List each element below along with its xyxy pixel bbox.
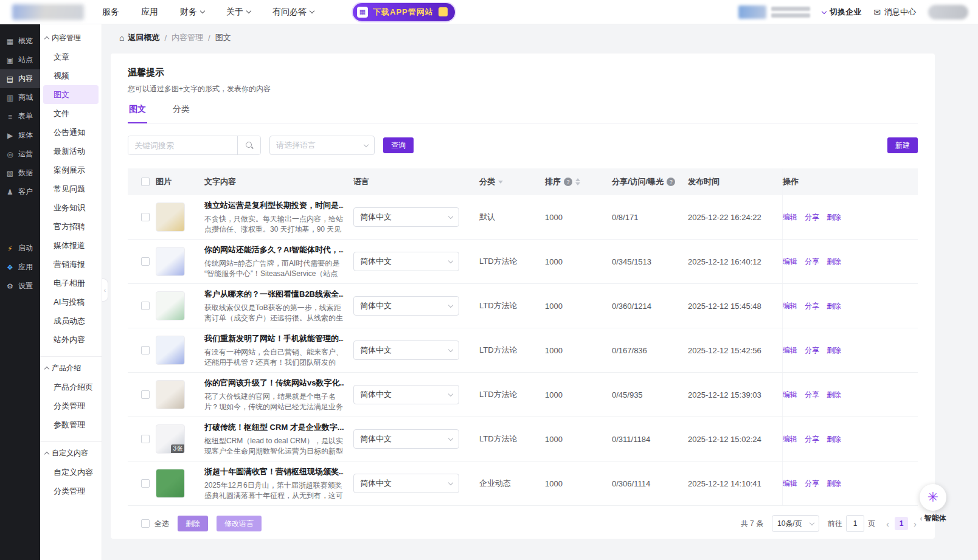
top-nav-item[interactable]: 服务 <box>102 7 119 18</box>
sidebar-item-settings[interactable]: ⚙ 设置 <box>0 277 40 296</box>
submenu-item[interactable]: 媒体报道 <box>43 236 99 255</box>
submenu-item[interactable]: 站外内容 <box>43 330 99 349</box>
share-link[interactable]: 分享 <box>805 479 819 489</box>
tab[interactable]: 图文 <box>128 104 147 123</box>
edit-link[interactable]: 编辑 <box>783 345 797 356</box>
edit-link[interactable]: 编辑 <box>783 212 797 223</box>
row-language-select[interactable]: 简体中文 <box>353 429 459 449</box>
sidebar-collapse-handle[interactable]: ‹ <box>102 278 108 302</box>
sidebar-item-grid[interactable]: ▦ 概览 <box>0 32 40 50</box>
top-nav-item[interactable]: 关于 <box>226 7 251 18</box>
row-thumbnail[interactable] <box>156 247 185 276</box>
change-language-button[interactable]: 修改语言 <box>217 516 262 531</box>
sidebar-item-ops[interactable]: ◎ 运营 <box>0 145 40 164</box>
submenu-item[interactable]: 公告通知 <box>43 123 99 142</box>
share-link[interactable]: 分享 <box>805 345 819 356</box>
edit-link[interactable]: 编辑 <box>783 390 797 400</box>
batch-delete-button[interactable]: 删除 <box>178 516 208 531</box>
submenu-item[interactable]: 分类管理 <box>43 396 99 415</box>
row-title[interactable]: 独立站运营是复利型长期投资，时间是... <box>204 200 344 211</box>
sidebar-item-shop[interactable]: ▥ 商城 <box>0 88 40 107</box>
breadcrumb-item[interactable]: 内容管理 <box>172 32 203 43</box>
submenu-item[interactable]: 成员动态 <box>43 311 99 330</box>
submenu-item[interactable]: 电子相册 <box>43 274 99 292</box>
row-checkbox[interactable] <box>141 390 150 399</box>
submenu-item[interactable]: 常见问题 <box>43 179 99 198</box>
row-language-select[interactable]: 简体中文 <box>353 296 459 316</box>
delete-link[interactable]: 删除 <box>827 434 841 444</box>
submenu-item[interactable]: 文件 <box>43 104 99 123</box>
submenu-item[interactable]: 营销海报 <box>43 255 99 274</box>
page-size-select[interactable]: 10条/页 <box>772 515 819 532</box>
sidebar-item-form[interactable]: ≡ 表单 <box>0 107 40 126</box>
submenu-item[interactable]: 官方招聘 <box>43 217 99 236</box>
top-nav-item[interactable]: 有问必答 <box>272 7 314 18</box>
edit-link[interactable]: 编辑 <box>783 301 797 311</box>
row-checkbox[interactable] <box>141 302 150 310</box>
row-thumbnail[interactable] <box>156 469 185 498</box>
share-link[interactable]: 分享 <box>805 301 819 311</box>
delete-link[interactable]: 删除 <box>827 301 841 311</box>
ai-assistant-button[interactable]: ✳ <box>920 484 946 511</box>
edit-link[interactable]: 编辑 <box>783 257 797 267</box>
delete-link[interactable]: 删除 <box>827 212 841 223</box>
next-page-icon[interactable]: › <box>912 519 918 528</box>
sidebar-item-apps[interactable]: ❖ 应用 <box>0 258 40 277</box>
submenu-item[interactable]: 最新活动 <box>43 142 99 161</box>
row-title[interactable]: 客户从哪来的？一张图看懂B2B线索全... <box>204 289 344 300</box>
submenu-item[interactable]: AI与投稿 <box>43 292 99 311</box>
top-nav-item[interactable]: 应用 <box>141 7 158 18</box>
search-input[interactable] <box>128 136 237 154</box>
sidebar-item-customer[interactable]: ♟ 客户 <box>0 182 40 201</box>
delete-link[interactable]: 删除 <box>827 345 841 356</box>
submenu-item[interactable]: 文章 <box>43 47 99 66</box>
row-title[interactable]: 我们重新发明了网站！手机就能管理的... <box>204 333 344 344</box>
sidebar-item-media[interactable]: ▶ 媒体 <box>0 126 40 145</box>
row-title[interactable]: 浙超十年圆满收官！营销枢纽现场颁奖... <box>204 466 344 477</box>
message-center-button[interactable]: ✉ 消息中心 <box>873 7 916 18</box>
edit-link[interactable]: 编辑 <box>783 479 797 489</box>
user-account-blurred[interactable] <box>928 5 968 19</box>
row-language-select[interactable]: 简体中文 <box>353 207 459 227</box>
row-thumbnail[interactable]: 3张 <box>156 424 185 454</box>
row-language-select[interactable]: 简体中文 <box>353 474 459 493</box>
submenu-group-header[interactable]: 内容管理 <box>40 27 102 47</box>
edit-link[interactable]: 编辑 <box>783 434 797 444</box>
row-title[interactable]: 你的网站还能活多久？AI智能体时代，... <box>204 244 344 255</box>
current-page[interactable]: 1 <box>895 517 908 530</box>
switch-company-button[interactable]: 切换企业 <box>822 7 861 18</box>
row-checkbox[interactable] <box>141 213 150 221</box>
row-title[interactable]: 打破传统！枢纽型 CRM 才是企业数字... <box>204 422 344 433</box>
row-thumbnail[interactable] <box>156 202 185 232</box>
select-all-checkbox[interactable] <box>141 178 150 186</box>
sort-arrows-icon[interactable] <box>575 178 580 185</box>
language-filter-select[interactable]: 请选择语言 <box>269 136 375 155</box>
chevron-left-icon[interactable]: ‹ <box>920 515 923 522</box>
breadcrumb-home[interactable]: ⌂ 返回概览 <box>119 32 159 43</box>
row-thumbnail[interactable] <box>156 291 185 320</box>
submenu-item[interactable]: 业务知识 <box>43 198 99 217</box>
delete-link[interactable]: 删除 <box>827 257 841 267</box>
submenu-item[interactable]: 图文 <box>43 85 99 104</box>
row-language-select[interactable]: 简体中文 <box>353 385 459 404</box>
sidebar-item-content[interactable]: ▤ 内容 <box>0 69 40 88</box>
search-button[interactable] <box>237 136 260 154</box>
footer-select-all-checkbox[interactable] <box>141 519 150 528</box>
delete-link[interactable]: 删除 <box>827 479 841 489</box>
submenu-group-header[interactable]: 自定义内容 <box>40 442 102 463</box>
row-checkbox[interactable] <box>141 479 150 488</box>
tab[interactable]: 分类 <box>172 104 191 123</box>
row-title[interactable]: 你的官网该升级了！传统网站vs数字化... <box>204 378 344 389</box>
query-button[interactable]: 查询 <box>383 137 414 153</box>
submenu-item[interactable]: 产品介绍页 <box>43 378 99 396</box>
row-checkbox[interactable] <box>141 435 150 443</box>
row-thumbnail[interactable] <box>156 380 185 409</box>
share-link[interactable]: 分享 <box>805 257 819 267</box>
share-link[interactable]: 分享 <box>805 390 819 400</box>
submenu-item[interactable]: 案例展示 <box>43 161 99 179</box>
row-checkbox[interactable] <box>141 257 150 266</box>
submenu-group-header[interactable]: 产品介绍 <box>40 357 102 378</box>
sidebar-item-data[interactable]: ▧ 数据 <box>0 164 40 182</box>
row-language-select[interactable]: 简体中文 <box>353 340 459 360</box>
sidebar-item-launch[interactable]: ⚡ 启动 <box>0 239 40 258</box>
